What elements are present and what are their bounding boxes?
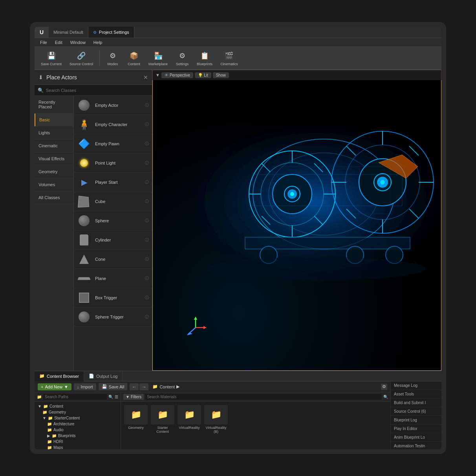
actor-empty-pawn[interactable]: 🔷 Empty Pawn ⓘ	[74, 134, 152, 154]
show-button[interactable]: Show	[213, 72, 229, 78]
category-all-classes[interactable]: All Classes	[35, 191, 73, 204]
menu-help[interactable]: Help	[90, 39, 106, 46]
tree-starter-label: StarterContent	[54, 416, 80, 420]
category-basic[interactable]: Basic	[35, 114, 73, 126]
tab-minimal-default[interactable]: Minimal Default	[49, 27, 88, 38]
panel-body: Recently Placed Basic Lights Cinematic V…	[35, 96, 152, 371]
save-label: Save Current	[41, 62, 62, 66]
tree-audio[interactable]: 📁 Audio	[46, 427, 119, 433]
actor-empty-actor[interactable]: Empty Actor ⓘ	[74, 96, 152, 115]
tree-maps[interactable]: 📁 Maps	[46, 445, 119, 449]
search-materials-input[interactable]	[145, 394, 382, 400]
nav-forward-button[interactable]: →	[139, 383, 148, 390]
filters-button[interactable]: ▼ Filters	[123, 394, 144, 400]
actor-cone[interactable]: Cone ⓘ	[74, 250, 152, 269]
marketplace-button[interactable]: 🏪 Marketplace	[145, 49, 171, 68]
asset-thumb-vr1: 📁	[178, 405, 201, 425]
import-button[interactable]: ↓ Import	[74, 383, 96, 390]
actor-cylinder[interactable]: Cylinder ⓘ	[74, 231, 152, 250]
tab-content-browser[interactable]: 📁 Content Browser	[35, 371, 84, 381]
save-current-button[interactable]: 💾 Save Current	[38, 49, 65, 68]
actor-box-trigger[interactable]: Box Trigger ⓘ	[74, 288, 152, 308]
asset-geometry[interactable]: 📁 Geometry	[124, 405, 148, 434]
transform-gizmo	[184, 316, 207, 339]
cone-icon	[77, 252, 91, 266]
content-button[interactable]: 📦 Content	[124, 49, 144, 68]
asset-vr1[interactable]: 📁 VirtualReality	[178, 405, 201, 434]
category-volumes[interactable]: Volumes	[35, 178, 73, 191]
side-blueprint-log[interactable]: Blueprint Log	[391, 416, 441, 425]
nav-back-button[interactable]: ←	[130, 383, 139, 390]
search-classes-input[interactable]	[46, 88, 149, 93]
right-side-panel: Message Log Asset Tools Build and Submit…	[390, 381, 441, 449]
category-cinematic[interactable]: Cinematic	[35, 139, 73, 152]
menu-window[interactable]: Window	[67, 39, 89, 46]
asset-starter[interactable]: 📁 Starter Content	[151, 405, 174, 434]
sphere-icon	[77, 214, 91, 228]
settings-button[interactable]: ⚙ Settings	[172, 49, 192, 68]
tree-geometry-label: Geometry	[49, 410, 66, 414]
tree-architecture-label: Architecture	[53, 422, 74, 426]
place-actors-close-button[interactable]: ✕	[143, 74, 148, 81]
asset-vr2[interactable]: 📁 VirtualReality (B)	[204, 405, 228, 434]
actor-sphere-trigger[interactable]: Sphere Trigger ⓘ	[74, 308, 152, 327]
side-message-log[interactable]: Message Log	[391, 381, 441, 390]
cylinder-icon	[77, 233, 91, 247]
cylinder-info: ⓘ	[145, 237, 149, 243]
category-lights[interactable]: Lights	[35, 126, 73, 139]
content-icon: 📦	[128, 50, 139, 61]
tree-geometry[interactable]: 📁 Geometry	[41, 409, 119, 415]
viewport-toolbar: ▼ 👁 Perspective 💡 Lit Show	[152, 70, 441, 80]
search-paths-input[interactable]	[43, 394, 107, 400]
side-play-in-editor[interactable]: Play In Editor	[391, 425, 441, 433]
save-all-button[interactable]: 💾 Save All	[99, 383, 128, 390]
tree-blueprints[interactable]: ▶ 📁 Blueprints	[46, 433, 119, 439]
perspective-button[interactable]: 👁 Perspective	[161, 72, 193, 78]
category-visual-effects[interactable]: Visual Effects	[35, 152, 73, 165]
tree-hdri[interactable]: 📁 HDRI	[46, 439, 119, 445]
side-source-control[interactable]: Source Control (6)	[391, 407, 441, 416]
blueprints-label: Blueprints	[197, 62, 212, 66]
category-geometry[interactable]: Geometry	[35, 165, 73, 178]
menu-edit[interactable]: Edit	[52, 39, 66, 46]
player-start-info: ⓘ	[145, 179, 149, 185]
tree-content[interactable]: ▼ 📁 Content	[36, 403, 119, 409]
cinematics-button[interactable]: 🎬 Cinematics	[217, 49, 241, 68]
output-log-tab-icon: 📄	[89, 373, 94, 379]
point-light-label: Point Light	[95, 161, 141, 165]
svg-point-36	[380, 180, 385, 185]
menu-file[interactable]: File	[37, 39, 50, 46]
actor-point-light[interactable]: Point Light ⓘ	[74, 154, 152, 173]
source-control-button[interactable]: 🔗 Source Control	[66, 49, 96, 68]
tree-architecture[interactable]: 📁 Architecture	[46, 421, 119, 427]
actor-sphere[interactable]: Sphere ⓘ	[74, 211, 152, 231]
side-build-submit[interactable]: Build and Submit I	[391, 399, 441, 407]
cb-settings-button[interactable]: ⚙	[381, 384, 387, 390]
perspective-label: Perspective	[170, 73, 190, 77]
blueprints-button[interactable]: 📋 Blueprints	[194, 49, 216, 68]
box-trigger-info: ⓘ	[145, 295, 149, 300]
tree-folder-icon: 📁	[47, 428, 52, 432]
category-recently-placed[interactable]: Recently Placed	[35, 96, 73, 114]
bottom-panel: 📁 Content Browser 📄 Output Log + Add New	[35, 371, 441, 449]
viewport[interactable]: ▼ 👁 Perspective 💡 Lit Show	[152, 70, 441, 371]
side-anim-blueprint[interactable]: Anim Blueprint Lo	[391, 433, 441, 442]
sphere-trigger-icon	[77, 310, 91, 324]
actor-plane[interactable]: Plane ⓘ	[74, 269, 152, 288]
actor-cube[interactable]: Cube ⓘ	[74, 192, 152, 211]
tree-starter-content[interactable]: ▼ 📁 StarterContent	[41, 415, 119, 421]
side-automation[interactable]: Automation Testin	[391, 442, 441, 449]
actor-empty-character[interactable]: 🧍 Empty Character ⓘ	[74, 115, 152, 134]
side-asset-tools[interactable]: Asset Tools	[391, 390, 441, 399]
asset-thumb-geometry: 📁	[124, 405, 148, 425]
svg-marker-41	[203, 326, 207, 329]
lit-button[interactable]: 💡 Lit	[195, 72, 211, 78]
viewport-arrow[interactable]: ▼	[156, 73, 160, 77]
add-new-button[interactable]: + Add New ▼	[38, 383, 71, 390]
tab-output-log[interactable]: 📄 Output Log	[84, 371, 123, 381]
cb-right-panel: ▼ Filters 🔍 📁	[121, 392, 390, 449]
modes-button[interactable]: ⚙ Modes	[103, 49, 123, 68]
actor-player-start[interactable]: ▶ Player Start ⓘ	[74, 173, 152, 192]
source-control-icon: 🔗	[76, 50, 87, 61]
tab-project-settings[interactable]: ⚙ Project Settings	[88, 27, 134, 38]
